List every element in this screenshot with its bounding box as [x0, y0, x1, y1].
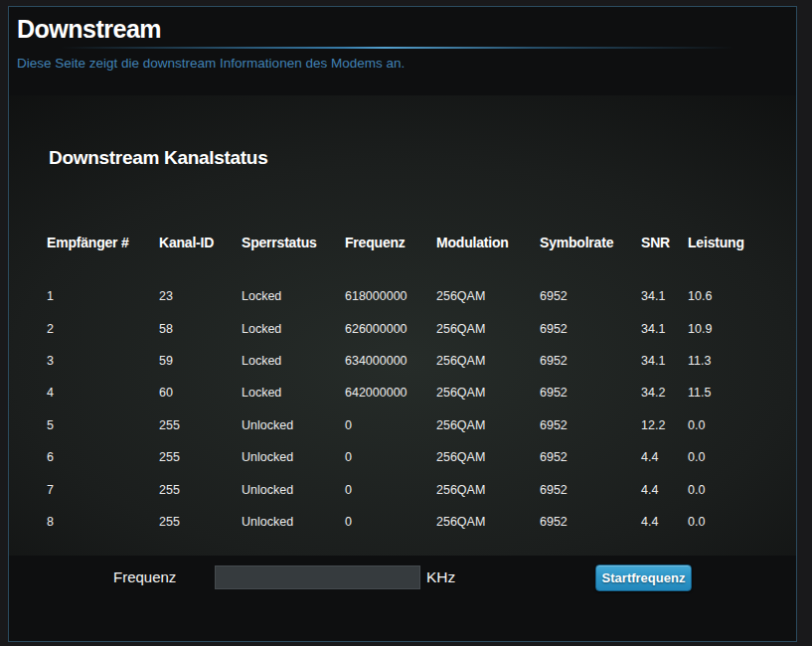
table-cell: 1	[47, 280, 159, 312]
table-cell: 7	[47, 473, 159, 505]
table-cell: 2	[47, 312, 159, 344]
table-cell: Unlocked	[242, 409, 345, 441]
table-cell: 642000000	[345, 377, 436, 408]
table-cell: Unlocked	[242, 506, 345, 538]
page-description: Diese Seite zeigt die downstream Informa…	[17, 56, 405, 71]
table-cell: 256QAM	[436, 312, 540, 344]
table-cell: 10.6	[688, 280, 772, 312]
table-row: 7255Unlocked0256QAM69524.40.0	[47, 473, 772, 505]
table-cell: 0.0	[688, 409, 772, 441]
table-cell: 0	[345, 409, 436, 441]
table-cell: 6952	[540, 280, 641, 312]
table-cell: 0	[345, 506, 436, 538]
table-cell: 255	[159, 441, 242, 473]
table-cell: 6952	[540, 506, 641, 538]
table-cell: 256QAM	[436, 473, 540, 505]
table-cell: 4.4	[641, 441, 688, 473]
table-cell: 10.9	[688, 312, 772, 344]
table-row: 8255Unlocked0256QAM69524.40.0	[47, 506, 772, 538]
frequency-label: Frequenz	[113, 568, 176, 585]
table-cell: 255	[159, 473, 242, 505]
start-frequency-form: Frequenz KHz Startfrequenz	[9, 559, 796, 604]
table-cell: 256QAM	[436, 506, 540, 538]
column-header: Symbolrate	[540, 235, 641, 280]
table-cell: Locked	[242, 312, 345, 344]
table-row: 359Locked634000000256QAM695234.111.3	[47, 345, 772, 377]
column-header: Frequenz	[345, 235, 436, 280]
downstream-page: Downstream Diese Seite zeigt die downstr…	[8, 6, 797, 642]
table-row: 5255Unlocked0256QAM695212.20.0	[47, 409, 772, 441]
table-cell: 11.3	[688, 345, 772, 377]
table-cell: 618000000	[345, 280, 436, 312]
table-cell: 6	[47, 441, 159, 473]
table-cell: 6952	[540, 409, 641, 441]
table-cell: Locked	[242, 280, 345, 312]
table-cell: 6952	[540, 441, 641, 473]
table-row: 258Locked626000000256QAM695234.110.9	[47, 312, 772, 344]
table-cell: 4	[47, 377, 159, 408]
table-cell: 626000000	[345, 312, 436, 344]
table-cell: 634000000	[345, 345, 436, 377]
column-header: Kanal-ID	[159, 235, 242, 280]
table-cell: 0.0	[688, 506, 772, 538]
table-cell: 0	[345, 441, 436, 473]
table-cell: 58	[159, 312, 242, 344]
table-cell: 256QAM	[436, 345, 540, 377]
section-heading: Downstream Kanalstatus	[49, 147, 267, 169]
table-cell: 8	[47, 506, 159, 538]
table-cell: Locked	[242, 377, 345, 408]
table-cell: Locked	[242, 345, 345, 377]
table-cell: 0	[345, 473, 436, 505]
table-cell: 6952	[540, 312, 641, 344]
table-row: 460Locked642000000256QAM695234.211.5	[47, 377, 772, 408]
table-cell: 11.5	[688, 377, 772, 408]
table-cell: 255	[159, 506, 242, 538]
column-header: Modulation	[436, 235, 540, 280]
channel-status-panel: Downstream Kanalstatus Empfänger #Kanal-…	[9, 95, 796, 556]
start-frequency-button[interactable]: Startfrequenz	[595, 565, 692, 591]
table-cell: 256QAM	[436, 441, 540, 473]
column-header: SNR	[641, 235, 688, 280]
page-title: Downstream	[17, 15, 161, 44]
table-cell: 3	[47, 345, 159, 377]
table-cell: 4.4	[641, 506, 688, 538]
table-cell: 256QAM	[436, 377, 540, 408]
table-row: 123Locked618000000256QAM695234.110.6	[47, 280, 772, 312]
table-cell: 60	[159, 377, 242, 408]
table-cell: 0.0	[688, 441, 772, 473]
frequency-input[interactable]	[215, 565, 420, 589]
table-cell: 34.1	[641, 280, 688, 312]
table-cell: 59	[159, 345, 242, 377]
table-cell: 256QAM	[436, 409, 540, 441]
table-cell: 4.4	[641, 473, 688, 505]
table-cell: Unlocked	[242, 441, 345, 473]
table-cell: Unlocked	[242, 473, 345, 505]
table-cell: 6952	[540, 377, 641, 408]
table-cell: 12.2	[641, 409, 688, 441]
column-header: Sperrstatus	[242, 235, 345, 280]
table-cell: 34.2	[641, 377, 688, 408]
table-header-row: Empfänger #Kanal-IDSperrstatusFrequenzMo…	[47, 235, 772, 280]
table-cell: 5	[47, 409, 159, 441]
downstream-channel-table: Empfänger #Kanal-IDSperrstatusFrequenzMo…	[47, 235, 772, 538]
frequency-unit-label: KHz	[426, 568, 455, 586]
table-cell: 23	[159, 280, 242, 312]
table-cell: 34.1	[641, 312, 688, 344]
table-cell: 6952	[540, 473, 641, 505]
table-cell: 6952	[540, 345, 641, 377]
table-row: 6255Unlocked0256QAM69524.40.0	[47, 441, 772, 473]
table-cell: 256QAM	[436, 280, 540, 312]
table-cell: 34.1	[641, 345, 688, 377]
table-cell: 255	[159, 409, 242, 441]
title-divider	[61, 47, 734, 49]
column-header: Leistung	[688, 235, 772, 280]
column-header: Empfänger #	[47, 235, 159, 280]
table-cell: 0.0	[688, 473, 772, 505]
